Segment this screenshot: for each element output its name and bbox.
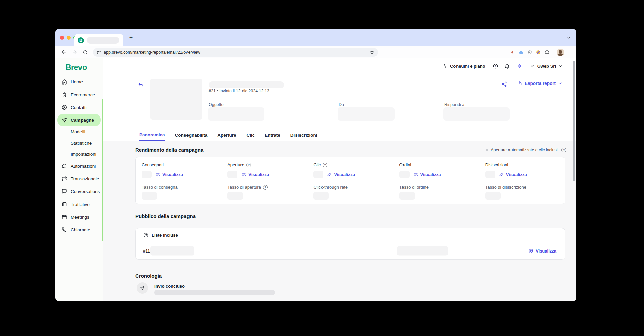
note-info-icon[interactable]: ? xyxy=(561,148,566,152)
view-unsubscribes-link[interactable]: Visualizza xyxy=(499,172,527,177)
campaign-title-placeholder xyxy=(209,81,284,88)
contacts-icon xyxy=(61,104,67,110)
opens-info-icon[interactable]: ? xyxy=(246,163,251,167)
open-rate-info-icon[interactable]: ? xyxy=(263,185,268,190)
sidebar-item-meetings[interactable]: Meetings xyxy=(57,211,101,223)
sidebar-item-campagne[interactable]: Campagne xyxy=(57,114,101,126)
sidebar-item-transazionale[interactable]: Transazionale xyxy=(57,172,101,185)
sidebar-item-chiamate[interactable]: Chiamate xyxy=(57,223,101,236)
performance-stats-card: Consegnati Visualizza Tasso di consegna xyxy=(135,157,565,204)
site-settings-icon[interactable] xyxy=(96,50,101,55)
extension-yellow-icon[interactable] xyxy=(536,50,541,55)
people-icon xyxy=(413,172,418,177)
back-icon[interactable] xyxy=(59,48,68,57)
sidebar-item-label: Conversations xyxy=(71,189,100,194)
stat-aperture: Aperture ? Visualizza Tasso di a xyxy=(221,157,307,204)
svg-text:?: ? xyxy=(495,65,496,68)
stat-value-placeholder xyxy=(399,171,410,178)
share-icon[interactable] xyxy=(501,81,507,87)
extension-feather-icon[interactable] xyxy=(510,50,515,55)
tab-clic[interactable]: Clic xyxy=(247,129,255,141)
close-window-button[interactable] xyxy=(60,36,64,40)
sidebar-item-trattative[interactable]: Trattative xyxy=(57,198,101,211)
brevo-logo[interactable]: Brevo xyxy=(66,63,103,72)
reply-to-value-placeholder xyxy=(443,107,510,121)
sidebar-item-statistiche[interactable]: Statistiche xyxy=(57,137,101,149)
export-report-label: Esporta report xyxy=(525,81,556,86)
tab-list-chevron-icon[interactable] xyxy=(566,35,571,40)
view-opens-link[interactable]: Visualizza xyxy=(241,172,269,177)
view-delivered-link[interactable]: Visualizza xyxy=(155,172,183,177)
tab-panoramica[interactable]: Panoramica xyxy=(139,129,165,141)
repeat-icon xyxy=(61,176,67,182)
reload-icon[interactable] xyxy=(81,48,90,57)
bookmark-star-icon[interactable] xyxy=(369,50,375,55)
tab-consegnabilita[interactable]: Consegnabilità xyxy=(175,129,208,141)
profile-avatar[interactable] xyxy=(557,49,564,56)
view-clicks-link[interactable]: Visualizza xyxy=(327,172,355,177)
sidebar-item-modelli[interactable]: Modelli xyxy=(57,126,101,137)
new-tab-button[interactable]: + xyxy=(127,33,136,42)
extension-shield-icon[interactable] xyxy=(527,50,532,55)
included-lists-label: Liste incluse xyxy=(152,233,178,238)
calendar-icon xyxy=(61,214,67,220)
stat-label: Consegnati xyxy=(142,162,164,167)
browser-menu-kebab-icon[interactable] xyxy=(568,50,572,55)
forward-icon[interactable] xyxy=(70,48,79,57)
browser-tabstrip: B + xyxy=(55,29,576,46)
account-switcher[interactable]: Gweb Srl xyxy=(530,63,563,69)
rate-value-placeholder xyxy=(142,192,157,200)
shopping-bag-icon xyxy=(61,92,67,98)
sidebar-nav: Home Ecommerce Contatti xyxy=(55,75,103,236)
home-icon xyxy=(61,79,67,85)
sidebar-item-label: Campagne xyxy=(71,118,94,123)
tab-disiscrizioni[interactable]: Disiscrizioni xyxy=(290,129,317,141)
sidebar-item-label: Modelli xyxy=(71,129,85,134)
back-undo-icon[interactable] xyxy=(138,82,144,88)
people-icon xyxy=(241,172,246,177)
view-orders-link[interactable]: Visualizza xyxy=(413,172,441,177)
sidebar-item-ecommerce[interactable]: Ecommerce xyxy=(57,88,101,101)
sidebar-item-label: Transazionale xyxy=(71,176,99,181)
sidebar-item-contatti[interactable]: Contatti xyxy=(57,101,101,114)
notifications-bell-icon[interactable] xyxy=(504,63,510,69)
tab-aperture[interactable]: Aperture xyxy=(217,129,236,141)
extensions-puzzle-icon[interactable] xyxy=(544,50,550,55)
sidebar-item-impostazioni[interactable]: Impostazioni xyxy=(57,149,101,160)
minimize-window-button[interactable] xyxy=(67,36,71,40)
clicks-info-icon[interactable]: ? xyxy=(323,163,327,167)
sidebar-active-section-indicator xyxy=(102,99,103,241)
sidebar-item-label: Chiamate xyxy=(71,227,90,232)
export-report-button[interactable]: Esporta report xyxy=(517,80,562,86)
sidebar-item-label: Automazioni xyxy=(71,164,96,169)
sidebar-item-home[interactable]: Home xyxy=(57,75,101,88)
subject-value-placeholder xyxy=(208,107,264,121)
tab-entrate[interactable]: Entrate xyxy=(265,129,280,141)
view-list-link[interactable]: Visualizza xyxy=(528,248,556,254)
rate-value-placeholder xyxy=(313,192,329,200)
deals-icon xyxy=(61,201,67,207)
rate-label: Tasso di ordine xyxy=(399,185,429,190)
upgrade-diamond-icon[interactable] xyxy=(516,63,522,69)
people-icon xyxy=(327,172,332,177)
browser-tab[interactable]: B xyxy=(74,34,123,46)
stat-label: Disiscrizioni xyxy=(485,162,508,167)
stat-ordini: Ordini Visualizza Tasso di ordine xyxy=(393,157,479,204)
timeline-section-title: Cronologia xyxy=(135,273,162,279)
view-label: Visualizza xyxy=(506,172,527,177)
export-chevron-down-icon xyxy=(558,81,562,86)
view-label: Visualizza xyxy=(248,172,269,177)
stat-label: Ordini xyxy=(399,162,411,167)
timeline-event-title: Invio concluso xyxy=(154,284,185,289)
view-label: Visualizza xyxy=(536,248,556,254)
page-scrollbar[interactable] xyxy=(573,61,575,181)
list-id: #11 xyxy=(143,248,150,254)
sidebar-item-automazioni[interactable]: Automazioni xyxy=(57,160,101,172)
extension-cloud-icon[interactable] xyxy=(518,50,524,55)
sidebar-item-conversations[interactable]: Conversations xyxy=(57,185,101,198)
url-omnibox[interactable]: app.brevo.com/marketing-reports/email/21… xyxy=(93,48,378,57)
brevo-favicon-icon: B xyxy=(78,37,84,43)
help-icon[interactable]: ? xyxy=(493,63,498,69)
usage-and-plan-button[interactable]: Consumi e piano xyxy=(442,63,485,69)
paper-plane-icon xyxy=(61,117,67,123)
